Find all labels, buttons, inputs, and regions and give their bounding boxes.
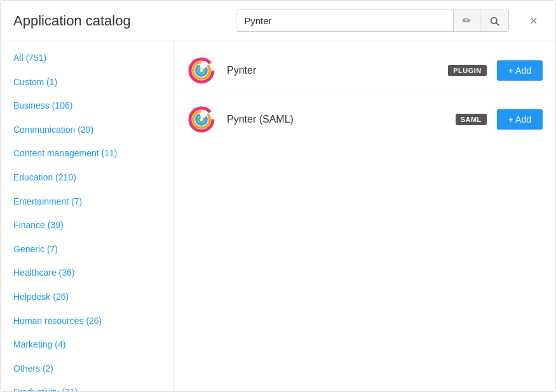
svg-point-4 (196, 65, 207, 76)
sidebar-item[interactable]: All (751) (1, 46, 173, 71)
search-input[interactable] (236, 10, 453, 31)
catalog-list: Pynter PLUGIN + Add Pynter (SAML) SAML +… (173, 41, 555, 391)
modal-header: Application catalog ✏ × (1, 1, 555, 41)
edit-icon: ✏ (463, 15, 471, 27)
add-button[interactable]: + Add (497, 109, 543, 130)
catalog-item: Pynter PLUGIN + Add (173, 46, 555, 95)
svg-point-8 (196, 114, 207, 125)
app-badge: PLUGIN (448, 65, 487, 76)
search-bar: ✏ (236, 10, 509, 32)
svg-point-9 (199, 117, 204, 122)
sidebar-item[interactable]: Human resources (26) (1, 309, 173, 334)
app-icon (186, 55, 217, 86)
sidebar-item[interactable]: Helpdesk (26) (1, 285, 173, 309)
catalog-item: Pynter (SAML) SAML + Add (173, 95, 555, 144)
sidebar-item[interactable]: Finance (39) (1, 213, 173, 238)
search-icon (489, 16, 499, 26)
application-catalog-modal: Application catalog ✏ × All (751)Custom … (0, 0, 556, 392)
add-button[interactable]: + Add (497, 60, 543, 81)
sidebar-item[interactable]: Content management (11) (1, 142, 173, 166)
sidebar-item[interactable]: Custom (1) (1, 71, 173, 95)
svg-line-1 (496, 23, 499, 25)
close-button[interactable]: × (524, 10, 543, 32)
search-button[interactable] (480, 10, 508, 31)
app-badge: SAML (456, 114, 487, 125)
sidebar-item[interactable]: Generic (7) (1, 238, 173, 262)
sidebar-item[interactable]: Education (210) (1, 166, 173, 190)
sidebar-item[interactable]: Communication (29) (1, 118, 173, 142)
sidebar: All (751)Custom (1)Business (106)Communi… (1, 41, 173, 391)
sidebar-item[interactable]: Marketing (4) (1, 333, 173, 357)
app-icon (186, 104, 217, 135)
edit-button[interactable]: ✏ (453, 10, 480, 31)
app-name: Pynter (SAML) (227, 114, 445, 125)
sidebar-item[interactable]: Others (2) (1, 357, 173, 381)
sidebar-item[interactable]: Business (106) (1, 94, 173, 118)
sidebar-item[interactable]: Entertainment (7) (1, 190, 173, 214)
sidebar-item[interactable]: Healthcare (36) (1, 261, 173, 285)
svg-point-5 (199, 68, 204, 73)
app-name: Pynter (227, 65, 438, 76)
sidebar-item[interactable]: Productivity (31) (1, 381, 173, 391)
modal-title: Application catalog (13, 13, 131, 29)
modal-body: All (751)Custom (1)Business (106)Communi… (1, 41, 555, 391)
